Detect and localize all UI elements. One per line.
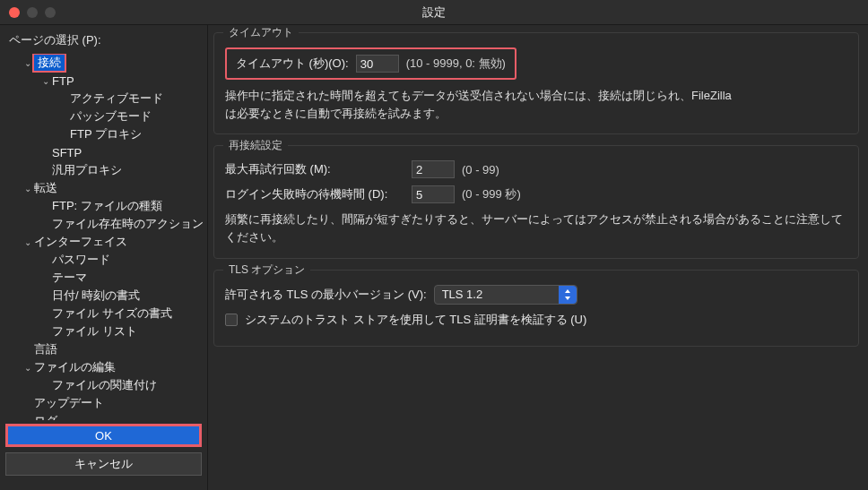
timeout-hint: (10 - 9999, 0: 無効): [406, 56, 506, 72]
timeout-desc: 操作中に指定された時間を超えてもデータが送受信されない場合には、接続は閉じられ、…: [225, 87, 847, 123]
sidebar-item-transfer[interactable]: ⌄ 転送: [4, 179, 204, 197]
sidebar-item-active-mode[interactable]: アクティブモード: [4, 90, 204, 107]
sidebar-item-label: 転送: [34, 180, 57, 196]
sidebar-item-label: アクティブモード: [70, 90, 163, 107]
sidebar-item-language[interactable]: 言語: [4, 340, 204, 358]
sidebar-item-label: ファイル リスト: [52, 323, 137, 340]
sidebar-item-label: 日付/ 時刻の書式: [52, 288, 140, 304]
sidebar-item-label: ファイル サイズの書式: [52, 305, 172, 322]
chevron-down-icon: ⌄: [39, 76, 52, 86]
sidebar-item-file-exists-action[interactable]: ファイル存在時のアクション: [4, 215, 204, 233]
timeout-highlight: タイムアウト (秒)(O): (10 - 9999, 0: 無効): [225, 47, 516, 80]
chevron-down-icon: ⌄: [22, 363, 34, 373]
sidebar-item-label: ファイル存在時のアクション: [52, 216, 204, 232]
sidebar-item-label: FTP プロキシ: [70, 126, 142, 142]
sidebar-item-ftp-proxy[interactable]: FTP プロキシ: [4, 125, 204, 143]
sidebar-item-password[interactable]: パスワード: [4, 251, 204, 269]
sidebar-item-label: アップデート: [34, 395, 104, 411]
sidebar-item-label: パスワード: [52, 252, 110, 268]
sidebar-item-file-editing[interactable]: ⌄ ファイルの編集: [4, 358, 204, 376]
sidebar-item-filesize-format[interactable]: ファイル サイズの書式: [4, 305, 204, 322]
sidebar-item-label: FTP: ファイルの種類: [52, 198, 162, 214]
timeout-group: タイムアウト タイムアウト (秒)(O): (10 - 9999, 0: 無効)…: [213, 32, 859, 134]
chevron-down-icon: ⌄: [22, 58, 34, 68]
reconnect-group: 再接続設定 最大再試行回数 (M): (0 - 99) ログイン失敗時の待機時間…: [213, 145, 859, 258]
sidebar-item-label: ログ: [34, 413, 57, 420]
sidebar-item-label: インターフェイス: [34, 234, 127, 250]
tls-min-version-label: 許可される TLS の最小バージョン (V):: [225, 287, 427, 303]
tls-group: TLS オプション 許可される TLS の最小バージョン (V): TLS 1.…: [213, 270, 859, 347]
window-controls: [0, 7, 56, 18]
timeout-input[interactable]: [356, 55, 399, 73]
ok-button[interactable]: OK: [5, 424, 202, 447]
sidebar-item-ftp-file-types[interactable]: FTP: ファイルの種類: [4, 197, 204, 215]
group-title: TLS オプション: [223, 262, 310, 278]
cancel-button[interactable]: キャンセル: [5, 452, 202, 476]
sidebar-item-label: SFTP: [52, 146, 82, 159]
sidebar-item-log[interactable]: ログ: [4, 412, 204, 420]
settings-tree: ⌄ 接続 ⌄ FTP アクティブモード パッシブモード FTP プロキシ SFT…: [0, 54, 207, 420]
max-retries-hint: (0 - 99): [462, 163, 499, 176]
window-title: 設定: [0, 4, 868, 21]
sidebar-item-file-association[interactable]: ファイルの関連付け: [4, 376, 204, 394]
delay-label: ログイン失敗時の待機時間 (D):: [225, 186, 404, 202]
chevron-down-icon: ⌄: [22, 237, 34, 247]
sidebar-item-generic-proxy[interactable]: 汎用プロキシ: [4, 161, 204, 179]
titlebar: 設定: [0, 0, 868, 25]
sidebar-item-datetime-format[interactable]: 日付/ 時刻の書式: [4, 287, 204, 305]
sidebar-item-sftp[interactable]: SFTP: [4, 143, 204, 161]
tls-min-version-value: TLS 1.2: [442, 288, 483, 301]
truststore-label: システムのトラスト ストアを使用して TLS 証明書を検証する (U): [245, 312, 586, 328]
max-retries-input[interactable]: [412, 160, 455, 178]
sidebar-item-label: パッシブモード: [70, 108, 152, 125]
chevron-updown-icon: [559, 286, 577, 304]
max-retries-label: 最大再試行回数 (M):: [225, 161, 404, 177]
sidebar: ページの選択 (P): ⌄ 接続 ⌄ FTP アクティブモード パッシブモード …: [0, 25, 208, 490]
sidebar-item-label: ファイルの関連付け: [52, 377, 157, 393]
group-title: 再接続設定: [223, 138, 288, 153]
sidebar-item-label: 言語: [34, 341, 57, 357]
sidebar-item-connection[interactable]: ⌄ 接続: [4, 54, 204, 72]
sidebar-item-file-list[interactable]: ファイル リスト: [4, 322, 204, 340]
sidebar-item-passive-mode[interactable]: パッシブモード: [4, 107, 204, 125]
sidebar-item-label: ファイルの編集: [34, 359, 116, 375]
minimize-icon: [27, 7, 38, 18]
chevron-down-icon: ⌄: [22, 184, 34, 193]
group-title: タイムアウト: [223, 25, 299, 40]
sidebar-item-update[interactable]: アップデート: [4, 394, 204, 412]
sidebar-header: ページの選択 (P):: [0, 25, 207, 54]
sidebar-item-ftp[interactable]: ⌄ FTP: [4, 72, 204, 90]
sidebar-item-interface[interactable]: ⌄ インターフェイス: [4, 233, 204, 251]
zoom-icon: [45, 7, 56, 18]
delay-input[interactable]: [412, 185, 455, 203]
close-icon[interactable]: [9, 7, 20, 18]
sidebar-item-label: FTP: [52, 74, 74, 88]
truststore-checkbox[interactable]: [225, 314, 238, 326]
main-panel: タイムアウト タイムアウト (秒)(O): (10 - 9999, 0: 無効)…: [208, 25, 868, 490]
sidebar-item-label: 接続: [34, 55, 65, 71]
delay-hint: (0 - 999 秒): [462, 186, 521, 202]
timeout-label: タイムアウト (秒)(O):: [236, 56, 349, 72]
sidebar-item-label: 汎用プロキシ: [52, 162, 122, 178]
sidebar-buttons: OK キャンセル: [0, 420, 207, 490]
tls-min-version-select[interactable]: TLS 1.2: [434, 285, 577, 305]
reconnect-note: 頻繁に再接続したり、間隔が短すぎたりすると、サーバーによってはアクセスが禁止され…: [225, 211, 847, 246]
sidebar-item-label: テーマ: [52, 270, 87, 286]
sidebar-item-theme[interactable]: テーマ: [4, 269, 204, 287]
